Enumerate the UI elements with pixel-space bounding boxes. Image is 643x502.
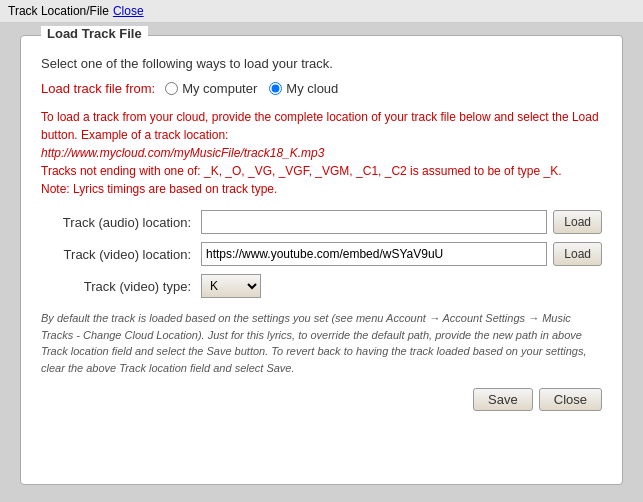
radio-cloud[interactable] [269, 82, 282, 95]
video-location-input[interactable] [201, 242, 547, 266]
audio-load-button[interactable]: Load [553, 210, 602, 234]
top-bar-title: Track Location/File [8, 4, 109, 18]
video-field-label: Track (video) location: [41, 247, 201, 262]
load-from-label: Load track file from: [41, 81, 155, 96]
info-text2: Tracks not ending with one of: _K, _O, _… [41, 164, 561, 178]
radio-cloud-option[interactable]: My cloud [269, 81, 338, 96]
video-field-row: Track (video) location: Load [41, 242, 602, 266]
audio-location-input[interactable] [201, 210, 547, 234]
video-type-label: Track (video) type: [41, 279, 201, 294]
video-type-row: Track (video) type: K O VG VGF VGM C1 C2 [41, 274, 602, 298]
info-example: http://www.mycloud.com/myMusicFile/track… [41, 146, 324, 160]
close-button[interactable]: Close [539, 388, 602, 411]
main-area: Load Track File Select one of the follow… [0, 23, 643, 497]
audio-field-label: Track (audio) location: [41, 215, 201, 230]
save-button[interactable]: Save [473, 388, 533, 411]
radio-cloud-label: My cloud [286, 81, 338, 96]
footer-note: By default the track is loaded based on … [41, 310, 602, 376]
audio-field-row: Track (audio) location: Load [41, 210, 602, 234]
load-from-row: Load track file from: My computer My clo… [41, 81, 602, 96]
info-text1: To load a track from your cloud, provide… [41, 110, 599, 142]
radio-computer-label: My computer [182, 81, 257, 96]
radio-group: My computer My cloud [165, 81, 338, 96]
info-text3: Note: Lyrics timings are based on track … [41, 182, 277, 196]
top-bar: Track Location/File Close [0, 0, 643, 23]
bottom-buttons: Save Close [41, 388, 602, 411]
top-close-link[interactable]: Close [113, 4, 144, 18]
info-block: To load a track from your cloud, provide… [41, 108, 602, 198]
type-select-wrapper: K O VG VGF VGM C1 C2 [201, 274, 261, 298]
radio-computer[interactable] [165, 82, 178, 95]
video-type-select[interactable]: K O VG VGF VGM C1 C2 [201, 274, 261, 298]
video-load-button[interactable]: Load [553, 242, 602, 266]
panel: Load Track File Select one of the follow… [20, 35, 623, 485]
radio-computer-option[interactable]: My computer [165, 81, 257, 96]
panel-legend: Load Track File [41, 26, 148, 41]
panel-subtitle: Select one of the following ways to load… [41, 56, 602, 71]
